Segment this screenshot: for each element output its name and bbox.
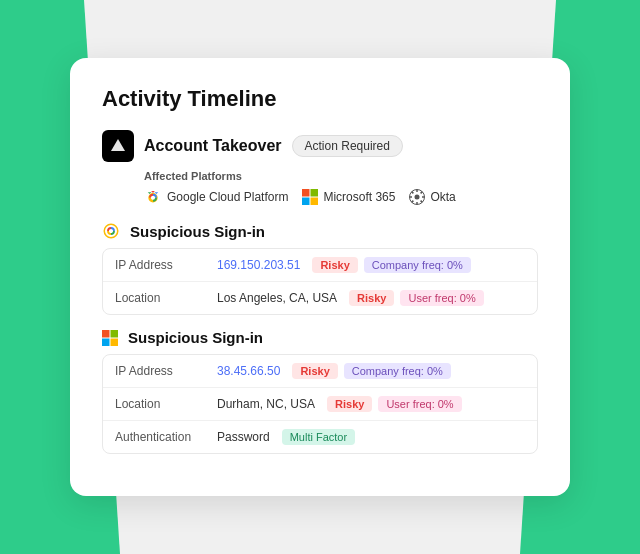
gcp-signin-icon	[102, 222, 120, 240]
svg-rect-18	[111, 330, 119, 338]
platform-microsoft: Microsoft 365	[302, 189, 395, 205]
table-row: IP Address 38.45.66.50 Risky Company fre…	[103, 355, 537, 388]
svg-point-7	[415, 195, 420, 200]
affected-platforms-label: Affected Platforms	[144, 170, 538, 182]
signin-table-ms: IP Address 38.45.66.50 Risky Company fre…	[102, 354, 538, 454]
col-value-loc-gcp: Los Angeles, CA, USA	[217, 291, 337, 305]
col-value-loc-ms: Durham, NC, USA	[217, 397, 315, 411]
svg-point-16	[104, 224, 118, 238]
badge-multi-factor: Multi Factor	[282, 429, 355, 445]
badge-risky: Risky	[292, 363, 337, 379]
okta-icon	[409, 189, 425, 205]
gcp-label: Google Cloud Platform	[167, 190, 288, 204]
svg-rect-5	[311, 198, 319, 206]
account-takeover-header: Account Takeover Action Required	[102, 130, 538, 162]
badge-company-freq: Company freq: 0%	[364, 257, 471, 273]
col-value-ip-ms: 38.45.66.50	[217, 364, 280, 378]
col-value-ip-gcp: 169.150.203.51	[217, 258, 300, 272]
badge-risky: Risky	[312, 257, 357, 273]
col-label-ip-ms: IP Address	[115, 364, 205, 378]
svg-line-12	[412, 192, 414, 194]
platform-gcp: Google Cloud Platform	[144, 188, 288, 206]
platforms-row: Google Cloud Platform Microsoft 365	[144, 188, 538, 206]
table-row: Location Los Angeles, CA, USA Risky User…	[103, 282, 537, 314]
svg-rect-2	[302, 189, 310, 197]
svg-rect-4	[302, 198, 310, 206]
signin-section-gcp: Suspicious Sign-in IP Address 169.150.20…	[102, 222, 538, 315]
ms-label: Microsoft 365	[323, 190, 395, 204]
svg-rect-3	[311, 189, 319, 197]
svg-rect-19	[102, 338, 110, 346]
anthropic-logo	[102, 130, 134, 162]
main-card: Activity Timeline Account Takeover Actio…	[70, 58, 570, 496]
badge-user-freq: User freq: 0%	[400, 290, 483, 306]
platform-okta: Okta	[409, 189, 455, 205]
col-label-ip-gcp: IP Address	[115, 258, 205, 272]
col-value-auth-ms: Password	[217, 430, 270, 444]
page-title: Activity Timeline	[102, 86, 538, 112]
signin-section-ms: Suspicious Sign-in IP Address 38.45.66.5…	[102, 329, 538, 454]
signin-header-ms: Suspicious Sign-in	[102, 329, 538, 346]
signin-title-gcp: Suspicious Sign-in	[130, 223, 265, 240]
signin-header-gcp: Suspicious Sign-in	[102, 222, 538, 240]
table-row: IP Address 169.150.203.51 Risky Company …	[103, 249, 537, 282]
svg-rect-20	[111, 338, 119, 346]
badges-loc-ms: Risky User freq: 0%	[327, 396, 462, 412]
okta-label: Okta	[430, 190, 455, 204]
svg-marker-0	[111, 139, 125, 151]
ms-signin-icon	[102, 330, 118, 346]
badge-company-freq: Company freq: 0%	[344, 363, 451, 379]
badges-ip-gcp: Risky Company freq: 0%	[312, 257, 470, 273]
col-label-loc-gcp: Location	[115, 291, 205, 305]
gcp-icon	[144, 188, 162, 206]
badges-loc-gcp: Risky User freq: 0%	[349, 290, 484, 306]
svg-line-13	[421, 201, 423, 203]
badges-auth-ms: Multi Factor	[282, 429, 355, 445]
badge-risky: Risky	[327, 396, 372, 412]
svg-rect-17	[102, 330, 110, 338]
col-label-auth-ms: Authentication	[115, 430, 205, 444]
signin-title-ms: Suspicious Sign-in	[128, 329, 263, 346]
col-label-loc-ms: Location	[115, 397, 205, 411]
microsoft-icon	[302, 189, 318, 205]
badges-ip-ms: Risky Company freq: 0%	[292, 363, 450, 379]
action-required-badge: Action Required	[292, 135, 403, 157]
badge-risky: Risky	[349, 290, 394, 306]
table-row: Authentication Password Multi Factor	[103, 421, 537, 453]
svg-line-15	[412, 201, 414, 203]
account-takeover-title: Account Takeover	[144, 137, 282, 155]
badge-user-freq: User freq: 0%	[378, 396, 461, 412]
svg-line-14	[421, 192, 423, 194]
table-row: Location Durham, NC, USA Risky User freq…	[103, 388, 537, 421]
signin-table-gcp: IP Address 169.150.203.51 Risky Company …	[102, 248, 538, 315]
